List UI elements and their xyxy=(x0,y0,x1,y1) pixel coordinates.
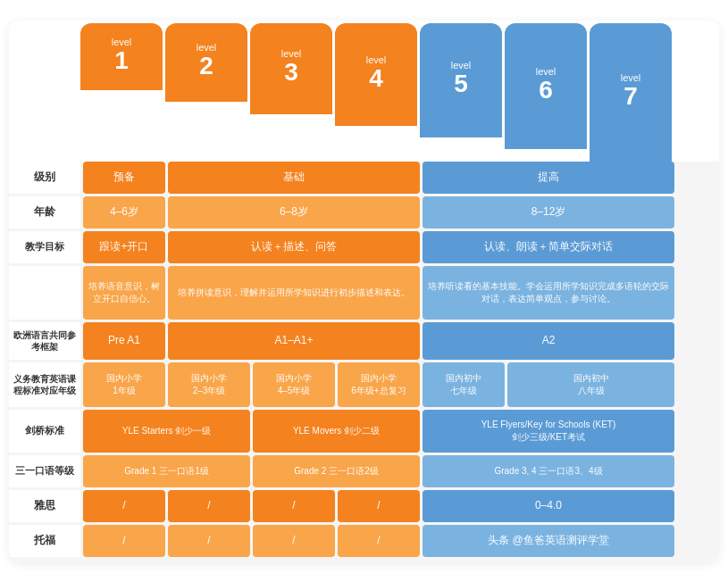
row-sanyi: 三一口语等级 Grade 1 三一口语1级 Grade 2 三一口语2级 Gra… xyxy=(9,455,719,487)
cell-nianling-5: 8–12岁 xyxy=(423,196,674,229)
cell-yiwu-1: 国内小学 1年级 xyxy=(83,362,165,407)
cell-ielts-5: 0–4.0 xyxy=(423,490,674,522)
level-7-badge: level 7 xyxy=(590,23,672,162)
cell-toefl-1: / xyxy=(83,525,165,557)
level-4-num: 4 xyxy=(369,65,383,93)
label-yiwu: 义务教育英语课程标准对应年级 xyxy=(9,362,80,407)
cell-jiaoxue-5b: 培养听读看的基本技能。学会运用所学知识完成多语轮的交际对话，表达简单观点，参与讨… xyxy=(423,266,674,320)
level-2-badge: level 2 xyxy=(165,23,247,102)
level-4-badge: level 4 xyxy=(335,23,417,126)
cell-yiwu-2: 国内小学 2–3年级 xyxy=(168,362,250,407)
row-jiebie: 级别 预备 基础 提高 xyxy=(9,162,719,194)
row-jiaoxue-1: 教学目标 跟读+开口 认读＋描述、问答 认读、朗读＋简单交际对话 xyxy=(9,231,719,263)
data-table: 级别 预备 基础 提高 年龄 4–6岁 6–8岁 8–12岁 教学目标 跟读+开… xyxy=(9,162,719,562)
cell-jiaoxue-1a: 跟读+开口 xyxy=(83,231,165,263)
row-nianling: 年龄 4–6岁 6–8岁 8–12岁 xyxy=(9,196,719,229)
level-7-label: level xyxy=(621,72,641,83)
cell-sanyi-3: Grade 2 三一口语2级 xyxy=(253,455,420,487)
label-jiebie: 级别 xyxy=(9,162,80,194)
cell-toefl-3: / xyxy=(253,525,335,557)
cell-ielts-3: / xyxy=(253,490,335,522)
cell-yiwu-3: 国内小学 4–5年级 xyxy=(253,362,335,407)
cell-ielts-1: / xyxy=(83,490,165,522)
level-3-badge: level 3 xyxy=(250,23,332,114)
cell-jiaoxue-2b: 培养拼读意识，理解并运用所学知识进行初步描述和表达。 xyxy=(168,266,420,320)
cell-jiebie-2: 基础 xyxy=(168,162,420,194)
cell-jiebie-5: 提高 xyxy=(423,162,674,194)
cell-cefr-2: A1–A1+ xyxy=(168,322,420,360)
cell-cefr-1: Pre A1 xyxy=(83,322,165,360)
cell-cefr-5: A2 xyxy=(423,322,674,360)
levels-header: level 1 level 2 level 3 level 4 level 5 … xyxy=(9,21,719,162)
cell-toefl-4: / xyxy=(338,525,420,557)
cell-toefl-2: / xyxy=(168,525,250,557)
level-3-num: 3 xyxy=(284,59,298,87)
level-7-num: 7 xyxy=(623,83,638,111)
cell-jiaoxue-1b: 培养语音意识，树立开口自信心。 xyxy=(83,266,165,320)
cell-nianling-2: 6–8岁 xyxy=(168,196,420,229)
label-sanyi: 三一口语等级 xyxy=(9,455,80,487)
level-6-label: level xyxy=(536,66,556,77)
label-toefl: 托福 xyxy=(9,525,80,557)
cell-ielts-4: / xyxy=(338,490,420,522)
row-ielts: 雅思 / / / / 0–4.0 xyxy=(9,490,719,522)
level-1-badge: level 1 xyxy=(80,23,163,90)
row-yiwu: 义务教育英语课程标准对应年级 国内小学 1年级 国内小学 2–3年级 国内小学 … xyxy=(9,362,719,407)
row-cefr: 欧洲语言共同参考框架 Pre A1 A1–A1+ A2 xyxy=(9,322,719,360)
cell-cambridge-5: YLE Flyers/Key for Schools (KET) 剑少三级/KE… xyxy=(423,410,674,453)
level-2-num: 2 xyxy=(199,53,213,80)
level-1-label: level xyxy=(112,37,132,47)
cell-toefl-5: 头条 @鱼爸英语测评学堂 xyxy=(423,525,674,557)
level-4-label: level xyxy=(366,54,387,65)
level-6-num: 6 xyxy=(539,77,553,104)
cell-yiwu-5: 国内初中 七年级 xyxy=(423,362,505,407)
label-cefr: 欧洲语言共同参考框架 xyxy=(9,322,80,360)
cell-nianling-1: 4–6岁 xyxy=(83,196,165,229)
level-6-badge: level 6 xyxy=(505,23,587,149)
cell-cambridge-3: YLE Movers 剑少二级 xyxy=(253,410,420,453)
row-jiaoxue-2: 培养语音意识，树立开口自信心。 培养拼读意识，理解并运用所学知识进行初步描述和表… xyxy=(9,266,719,320)
level-1-num: 1 xyxy=(114,47,129,75)
label-cambridge: 剑桥标准 xyxy=(9,410,80,453)
chart-container: level 1 level 2 level 3 level 4 level 5 … xyxy=(9,21,719,562)
cell-yiwu-4: 国内小学 6年级+总复习 xyxy=(338,362,420,407)
cell-ielts-2: / xyxy=(168,490,250,522)
cell-cambridge-1: YLE Starters 剑少一级 xyxy=(83,410,250,453)
level-5-num: 5 xyxy=(454,71,468,98)
label-jiaoxuemubiao: 教学目标 xyxy=(9,231,80,263)
cell-jiaoxue-5a: 认读、朗读＋简单交际对话 xyxy=(423,231,674,263)
cell-sanyi-5: Grade 3, 4 三一口语3、4级 xyxy=(423,455,674,487)
cell-yiwu-6: 国内初中 八年级 xyxy=(507,362,674,407)
row-toefl: 托福 / / / / 头条 @鱼爸英语测评学堂 xyxy=(9,525,719,557)
level-5-badge: level 5 xyxy=(420,23,502,137)
label-ielts: 雅思 xyxy=(9,490,80,522)
label-nianling: 年龄 xyxy=(9,196,80,229)
label-jiaoxuemubiao2 xyxy=(9,266,80,320)
cell-sanyi-1: Grade 1 三一口语1级 xyxy=(83,455,250,487)
cell-jiebie-1: 预备 xyxy=(83,162,165,194)
row-cambridge: 剑桥标准 YLE Starters 剑少一级 YLE Movers 剑少二级 Y… xyxy=(9,410,719,453)
cell-jiaoxue-2a: 认读＋描述、问答 xyxy=(168,231,420,263)
